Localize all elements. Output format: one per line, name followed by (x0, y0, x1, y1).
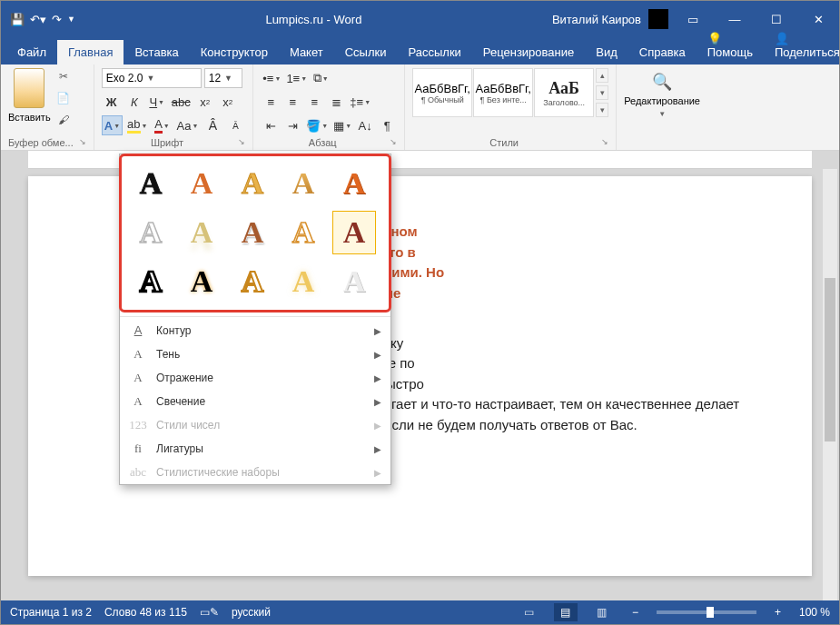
group-editing: 🔍 Редактирование ▼ . (617, 64, 707, 150)
menu-outline[interactable]: AКонтур▶ (120, 319, 390, 342)
subscript-button[interactable]: x2 (195, 92, 215, 112)
effect-preset[interactable]: A (180, 260, 223, 303)
paste-icon[interactable] (14, 68, 44, 108)
text-effects-button[interactable]: A▼ (102, 115, 123, 135)
tab-mailings[interactable]: Рассылки (397, 40, 471, 64)
redo-icon[interactable]: ↷ (52, 13, 62, 26)
effect-preset[interactable]: A (282, 162, 325, 205)
status-proofing-icon[interactable]: ▭✎ (200, 606, 219, 619)
effect-preset[interactable]: A (332, 260, 376, 303)
style-no-spacing[interactable]: АаБбВвГг,¶ Без инте... (473, 68, 533, 117)
align-justify-button[interactable]: ≣ (326, 92, 346, 112)
effect-preset[interactable]: A (231, 162, 274, 205)
avatar[interactable] (648, 9, 668, 29)
style-heading[interactable]: АаБЗаголово... (534, 68, 594, 117)
clipboard-launcher-icon[interactable]: ↘ (74, 137, 86, 146)
align-left-button[interactable]: ≡ (261, 92, 281, 112)
tab-insert[interactable]: Вставка (124, 40, 189, 64)
line-spacing-button[interactable]: ‡≡▼ (348, 92, 372, 112)
menu-ligatures[interactable]: fiЛигатуры▶ (120, 437, 390, 461)
zoom-out-button[interactable]: − (627, 606, 644, 619)
user-name: Виталий Каиров (552, 13, 641, 26)
style-normal[interactable]: АаБбВвГг,¶ Обычный (412, 68, 472, 117)
status-page[interactable]: Страница 1 из 2 (10, 606, 92, 619)
view-read-icon[interactable]: ▭ (518, 603, 541, 621)
tab-references[interactable]: Ссылки (334, 40, 398, 64)
zoom-in-button[interactable]: + (769, 606, 786, 619)
tab-review[interactable]: Рецензирование (472, 40, 585, 64)
shading-button[interactable]: 🪣▼ (304, 115, 330, 135)
paragraph-launcher-icon[interactable]: ↘ (384, 137, 397, 146)
tab-file[interactable]: Файл (6, 40, 57, 64)
tab-help[interactable]: Справка (628, 40, 697, 64)
font-launcher-icon[interactable]: ↘ (232, 137, 245, 146)
view-web-icon[interactable]: ▥ (590, 603, 614, 621)
styles-launcher-icon[interactable]: ↘ (596, 137, 608, 146)
effect-preset[interactable]: A (129, 260, 173, 303)
increase-indent-button[interactable]: ⇥ (282, 115, 302, 135)
superscript-button[interactable]: x2 (218, 92, 238, 112)
zoom-slider[interactable] (657, 610, 756, 614)
paste-button[interactable]: Вставить (8, 112, 51, 123)
find-icon[interactable]: 🔍 (652, 72, 672, 92)
align-right-button[interactable]: ≡ (304, 92, 324, 112)
effect-preset[interactable]: A (231, 211, 274, 254)
tab-share[interactable]: 👤 Поделиться (764, 26, 840, 64)
copy-icon[interactable]: 📄 (54, 90, 73, 106)
autosave-icon[interactable]: 💾 (10, 13, 25, 26)
bold-button[interactable]: Ж (102, 92, 122, 112)
tab-view[interactable]: Вид (585, 40, 628, 64)
effect-preset[interactable]: A (332, 162, 376, 205)
effect-preset-selected[interactable]: A (332, 211, 376, 254)
font-name-select[interactable]: Exo 2.0▼ (102, 68, 202, 88)
highlight-button[interactable]: ab▼ (125, 115, 149, 135)
font-size-select[interactable]: 12▼ (204, 68, 242, 88)
cut-icon[interactable]: ✂ (54, 68, 73, 84)
font-color-button[interactable]: A▼ (152, 115, 172, 135)
show-marks-button[interactable]: ¶ (377, 115, 397, 135)
status-words[interactable]: Слово 48 из 115 (104, 606, 187, 619)
strikethrough-button[interactable]: abc (170, 92, 193, 112)
status-language[interactable]: русский (232, 606, 271, 619)
align-center-button[interactable]: ≡ (282, 92, 302, 112)
change-case-button[interactable]: Aa▼ (174, 115, 200, 135)
tab-layout[interactable]: Макет (279, 40, 334, 64)
user-area[interactable]: Виталий Каиров (552, 9, 672, 29)
effect-preset[interactable]: A (282, 211, 325, 254)
sort-button[interactable]: A↓ (355, 115, 375, 135)
effect-preset[interactable]: A (129, 162, 173, 205)
bullets-button[interactable]: •≡▼ (261, 68, 282, 88)
menu-glow[interactable]: AСвечение▶ (120, 390, 390, 413)
multilevel-button[interactable]: ⧉▼ (311, 68, 331, 88)
effect-preset[interactable]: A (129, 211, 173, 254)
grow-font-button[interactable]: Â (203, 115, 222, 135)
decrease-indent-button[interactable]: ⇤ (261, 115, 281, 135)
reflection-icon: A (129, 371, 147, 385)
tab-tell-me[interactable]: 💡 Помощь (697, 26, 764, 64)
view-print-icon[interactable]: ▤ (554, 603, 578, 621)
undo-icon[interactable]: ↶▾ (30, 13, 46, 26)
shrink-font-button[interactable]: Ǎ (225, 115, 245, 135)
numbering-button[interactable]: 1≡▼ (284, 68, 309, 88)
vertical-scrollbar[interactable] (823, 169, 837, 600)
tab-home[interactable]: Главная (57, 40, 124, 64)
number-styles-icon: 123 (129, 418, 147, 432)
effect-preset[interactable]: A (180, 211, 223, 254)
underline-button[interactable]: Ч▼ (147, 92, 167, 112)
editing-button[interactable]: Редактирование (624, 95, 700, 106)
effect-preset[interactable]: A (282, 260, 325, 303)
scrollbar-thumb[interactable] (825, 278, 835, 441)
stylistic-sets-icon: abc (129, 465, 147, 480)
format-painter-icon[interactable]: 🖌 (54, 112, 73, 128)
borders-button[interactable]: ▦▼ (331, 115, 353, 135)
italic-button[interactable]: К (124, 92, 144, 112)
effect-preset[interactable]: A (231, 260, 274, 303)
effect-preset[interactable]: A (180, 162, 223, 205)
qat-more-icon[interactable]: ▼ (67, 15, 75, 24)
menu-shadow[interactable]: AТень▶ (120, 342, 390, 366)
tab-design[interactable]: Конструктор (190, 40, 279, 64)
menu-reflection[interactable]: AОтражение▶ (120, 366, 390, 390)
zoom-level[interactable]: 100 % (799, 606, 830, 619)
editing-dropdown-icon[interactable]: ▼ (658, 110, 666, 118)
styles-scroll[interactable]: ▴▾▾ (594, 68, 608, 117)
